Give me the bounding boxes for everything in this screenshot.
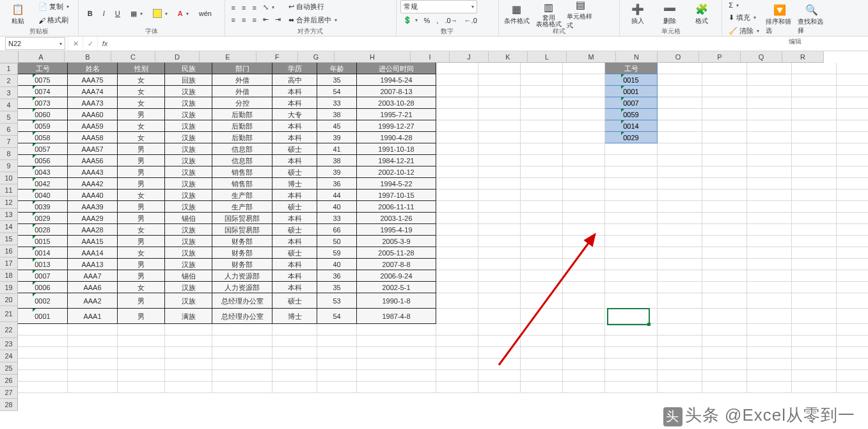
cell[interactable]: 锡伯 xyxy=(165,270,212,282)
cell[interactable] xyxy=(436,97,478,109)
cell[interactable] xyxy=(521,143,563,155)
cell[interactable]: 汉族 xyxy=(165,155,212,166)
cell[interactable] xyxy=(521,224,563,236)
autosum-button[interactable]: Σ▾ xyxy=(726,0,762,10)
cell[interactable] xyxy=(747,86,792,97)
cell[interactable] xyxy=(837,97,868,109)
cell[interactable] xyxy=(478,293,521,309)
cell[interactable] xyxy=(212,382,272,393)
cell[interactable] xyxy=(605,293,658,309)
cell[interactable] xyxy=(521,370,563,382)
cell[interactable]: 进公司时间 xyxy=(357,63,436,74)
cell[interactable] xyxy=(563,63,605,74)
cell[interactable] xyxy=(605,336,658,347)
cell[interactable]: 男 xyxy=(118,213,165,224)
cell[interactable]: 36 xyxy=(317,270,357,282)
cell[interactable] xyxy=(747,120,792,132)
cell[interactable] xyxy=(563,259,605,270)
cell[interactable]: 1987-4-8 xyxy=(357,309,436,324)
cell[interactable]: 0002 xyxy=(18,293,68,309)
cell[interactable] xyxy=(747,74,792,86)
cell[interactable] xyxy=(747,293,792,309)
cell[interactable]: 66 xyxy=(317,224,357,236)
col-header-K[interactable]: K xyxy=(489,51,528,63)
cell[interactable] xyxy=(747,97,792,109)
cell[interactable]: AAA73 xyxy=(68,97,118,109)
cell[interactable] xyxy=(478,86,521,97)
cell[interactable] xyxy=(436,224,478,236)
cell[interactable]: 0014 xyxy=(605,120,658,132)
cell[interactable] xyxy=(521,109,563,120)
cell[interactable] xyxy=(357,336,436,347)
cell[interactable]: 汉族 xyxy=(165,190,212,201)
cell[interactable] xyxy=(792,224,837,236)
cell-style-button[interactable]: ▤单元格样式 xyxy=(567,0,595,27)
cell[interactable] xyxy=(658,236,702,247)
italic-button[interactable]: I xyxy=(100,8,107,19)
cell[interactable]: 1994-5-24 xyxy=(357,74,436,86)
row-header[interactable]: 21 xyxy=(0,306,18,322)
cell[interactable] xyxy=(837,166,868,178)
percent-button[interactable]: % xyxy=(422,15,433,26)
insert-button[interactable]: ➕插入 xyxy=(624,0,652,27)
cell[interactable] xyxy=(605,247,658,259)
cell[interactable]: 汉族 xyxy=(165,97,212,109)
cell[interactable]: 0059 xyxy=(18,120,68,132)
cell[interactable] xyxy=(747,132,792,143)
name-box[interactable]: N22▾ xyxy=(5,37,65,50)
row-header[interactable]: 14 xyxy=(0,221,18,233)
cell[interactable]: AAA6 xyxy=(68,282,118,293)
cell[interactable] xyxy=(317,336,357,347)
fill-color-button[interactable]: ▾ xyxy=(150,8,170,19)
cell[interactable] xyxy=(792,247,837,259)
cell[interactable]: 本科 xyxy=(272,282,317,293)
cell[interactable]: 民族 xyxy=(165,63,212,74)
cell[interactable] xyxy=(165,382,212,393)
cell[interactable]: 40 xyxy=(317,201,357,213)
cell[interactable] xyxy=(605,359,658,370)
cell[interactable]: 汉族 xyxy=(165,109,212,120)
cell[interactable] xyxy=(436,74,478,86)
cell[interactable] xyxy=(18,370,68,382)
row-header[interactable]: 1 xyxy=(0,63,18,75)
cell[interactable] xyxy=(317,324,357,336)
cell[interactable] xyxy=(521,74,563,86)
cell[interactable] xyxy=(702,309,747,324)
cell[interactable]: 汉族 xyxy=(165,86,212,97)
cell[interactable]: 男 xyxy=(118,293,165,309)
cell[interactable] xyxy=(478,324,521,336)
cell[interactable] xyxy=(563,236,605,247)
cell[interactable]: 生产部 xyxy=(212,190,272,201)
cell[interactable]: 硕士 xyxy=(272,293,317,309)
table-format-button[interactable]: ▥套用 表格格式 xyxy=(535,0,563,27)
cell[interactable] xyxy=(521,201,563,213)
row-header[interactable]: 13 xyxy=(0,209,18,221)
cell[interactable] xyxy=(702,370,747,382)
cell[interactable]: AAA14 xyxy=(68,247,118,259)
cell[interactable]: 0040 xyxy=(18,190,68,201)
cell[interactable]: 33 xyxy=(317,97,357,109)
cell[interactable]: 0001 xyxy=(18,309,68,324)
cell[interactable] xyxy=(658,224,702,236)
cell[interactable] xyxy=(563,382,605,393)
cell[interactable] xyxy=(478,97,521,109)
cell[interactable] xyxy=(563,213,605,224)
font-color-button[interactable]: A▾ xyxy=(175,8,191,19)
cell[interactable] xyxy=(747,224,792,236)
align-bot[interactable]: ≡ xyxy=(249,2,258,13)
cell[interactable] xyxy=(478,359,521,370)
cell[interactable]: 本科 xyxy=(272,97,317,109)
cell[interactable]: AAA15 xyxy=(68,236,118,247)
align-mid[interactable]: ≡ xyxy=(239,2,248,13)
cell[interactable] xyxy=(702,224,747,236)
cell[interactable] xyxy=(521,120,563,132)
cell[interactable]: 锡伯 xyxy=(165,213,212,224)
cell[interactable] xyxy=(658,63,702,74)
cell[interactable]: AAA57 xyxy=(68,143,118,155)
cell[interactable] xyxy=(792,309,837,324)
cell[interactable] xyxy=(436,309,478,324)
cell[interactable] xyxy=(272,382,317,393)
cell[interactable]: AAA13 xyxy=(68,259,118,270)
cell[interactable] xyxy=(605,155,658,166)
cell[interactable] xyxy=(478,270,521,282)
